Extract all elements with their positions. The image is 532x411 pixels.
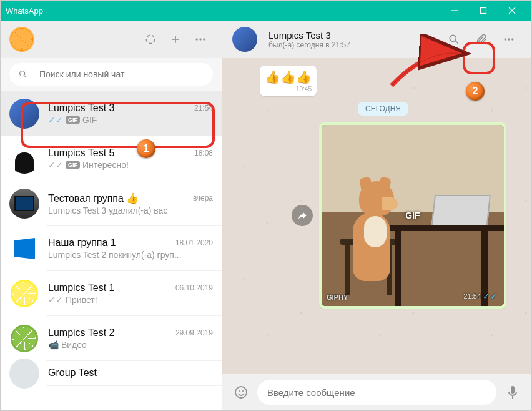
chat-item-lumpics-test-1[interactable]: Lumpics Test 1 06.10.2019 ✓✓ Привет!	[1, 271, 222, 316]
chat-preview: ✓✓ Привет!	[48, 295, 213, 305]
svg-point-9	[203, 38, 205, 40]
giphy-watermark: GIPHY	[327, 294, 348, 301]
chat-time: вчера	[193, 194, 213, 202]
svg-point-10	[20, 71, 25, 76]
svg-point-8	[199, 38, 201, 40]
chat-name: Lumpics Test 2	[48, 327, 114, 339]
chat-name: Lumpics Test 1	[48, 282, 114, 294]
chat-item-lumpics-test-2[interactable]: Lumpics Test 2 29.09.2019 📹 Видео	[1, 316, 222, 361]
emoji-icon[interactable]	[231, 382, 251, 402]
chat-avatar	[9, 144, 39, 174]
chat-preview: ✓✓ GIF Интересно!	[48, 160, 213, 170]
sidebar-menu-icon[interactable]	[188, 27, 213, 52]
chat-preview: 📹 Видео	[48, 340, 213, 350]
svg-point-19	[242, 390, 244, 392]
chat-avatar	[9, 324, 39, 354]
message-time: 10:45	[265, 86, 312, 92]
svg-point-4	[146, 35, 154, 43]
chat-item-our-group-1[interactable]: Наша группа 1 18.01.2020 Lumpics Test 2 …	[1, 226, 222, 271]
window-titlebar: WhatsApp	[1, 1, 531, 21]
svg-point-7	[196, 38, 198, 40]
read-checks-icon: ✓✓	[48, 295, 63, 305]
chat-time: 18.01.2020	[175, 239, 213, 247]
attach-icon[interactable]	[469, 27, 494, 52]
svg-point-14	[505, 38, 506, 40]
chat-list: Lumpics Test 3 21:54 ✓✓ GIF GIF Lumpics …	[1, 91, 222, 410]
chat-name: Lumpics Test 5	[48, 147, 114, 159]
forward-button[interactable]	[292, 205, 313, 226]
svg-rect-20	[512, 396, 513, 399]
chat-name: Group Test	[48, 367, 97, 379]
chat-preview: Lumpics Test 3 удалил(-а) вас	[48, 206, 213, 215]
svg-point-15	[508, 38, 510, 40]
window-minimize-button[interactable]	[440, 1, 469, 21]
conversation-menu-icon[interactable]	[496, 27, 521, 52]
svg-point-16	[511, 38, 513, 40]
chat-name: Lumpics Test 3	[48, 102, 114, 114]
chat-time: 18:08	[194, 149, 213, 157]
messages-area[interactable]: 👍👍👍 10:45 СЕГОДНЯ GIF GIPHY	[222, 58, 531, 374]
chat-avatar	[9, 189, 39, 219]
sidebar: Lumpics Test 3 21:54 ✓✓ GIF GIF Lumpics …	[1, 21, 222, 410]
search-input[interactable]	[39, 69, 204, 79]
message-time: 21:54 ✓✓	[463, 291, 498, 301]
conversation-search-icon[interactable]	[441, 27, 466, 52]
conversation-avatar	[232, 27, 257, 52]
chat-item-lumpics-test-3[interactable]: Lumpics Test 3 21:54 ✓✓ GIF GIF	[1, 91, 222, 136]
chat-time: 29.09.2019	[175, 329, 213, 337]
message-input[interactable]	[267, 387, 486, 398]
svg-point-17	[235, 387, 247, 398]
sidebar-header	[1, 21, 222, 58]
chat-item-group-test[interactable]: Group Test	[1, 361, 222, 386]
svg-rect-1	[481, 8, 486, 14]
new-chat-icon[interactable]	[163, 27, 188, 52]
svg-point-12	[450, 35, 456, 41]
date-separator: СЕГОДНЯ	[260, 102, 506, 114]
svg-line-11	[24, 76, 26, 77]
chat-item-lumpics-test-5[interactable]: Lumpics Test 5 18:08 ✓✓ GIF Интересно!	[1, 136, 222, 181]
chat-item-test-group[interactable]: Тестовая группа 👍 вчера Lumpics Test 3 у…	[1, 181, 222, 226]
chat-name: Наша группа 1	[48, 237, 116, 249]
read-checks-icon: ✓✓	[483, 291, 498, 301]
chat-avatar	[9, 234, 39, 264]
chat-preview: Lumpics Test 2 покинул(-а) груп...	[48, 250, 213, 260]
sidebar-search	[1, 58, 222, 91]
gif-badge: GIF	[66, 116, 80, 124]
window-title: WhatsApp	[6, 6, 440, 16]
search-box[interactable]	[9, 63, 213, 86]
chat-time: 21:54	[194, 104, 213, 112]
conversation-name: Lumpics Test 3	[268, 30, 439, 41]
my-avatar[interactable]	[9, 27, 34, 52]
window-maximize-button[interactable]	[469, 1, 498, 21]
outgoing-gif-message[interactable]: GIF GIPHY 21:54 ✓✓	[319, 122, 506, 309]
chat-avatar	[9, 279, 39, 309]
svg-point-18	[239, 390, 240, 392]
composer	[222, 374, 531, 410]
incoming-message[interactable]: 👍👍👍 10:45	[260, 66, 317, 96]
chat-avatar	[9, 99, 39, 129]
svg-line-13	[456, 41, 458, 44]
read-checks-icon: ✓✓	[48, 115, 63, 125]
chat-name: Тестовая группа 👍	[48, 192, 139, 204]
conversation-pane: Lumpics Test 3 был(-а) сегодня в 21:57 👍…	[222, 21, 531, 410]
read-checks-icon: ✓✓	[48, 160, 63, 170]
status-icon[interactable]	[138, 27, 163, 52]
window-close-button[interactable]	[498, 1, 526, 21]
conversation-header[interactable]: Lumpics Test 3 был(-а) сегодня в 21:57	[222, 21, 531, 58]
chat-avatar	[9, 359, 39, 389]
message-content: 👍👍👍	[265, 69, 312, 84]
gif-preview[interactable]: GIF GIPHY 21:54 ✓✓	[322, 125, 504, 306]
chat-time: 06.10.2019	[175, 284, 213, 292]
search-icon	[18, 69, 28, 79]
conversation-status: был(-а) сегодня в 21:57	[268, 41, 439, 49]
gif-badge: GIF	[66, 161, 80, 169]
message-input-wrapper[interactable]	[257, 380, 496, 405]
chat-preview: ✓✓ GIF GIF	[48, 115, 213, 125]
voice-message-icon[interactable]	[503, 382, 523, 402]
